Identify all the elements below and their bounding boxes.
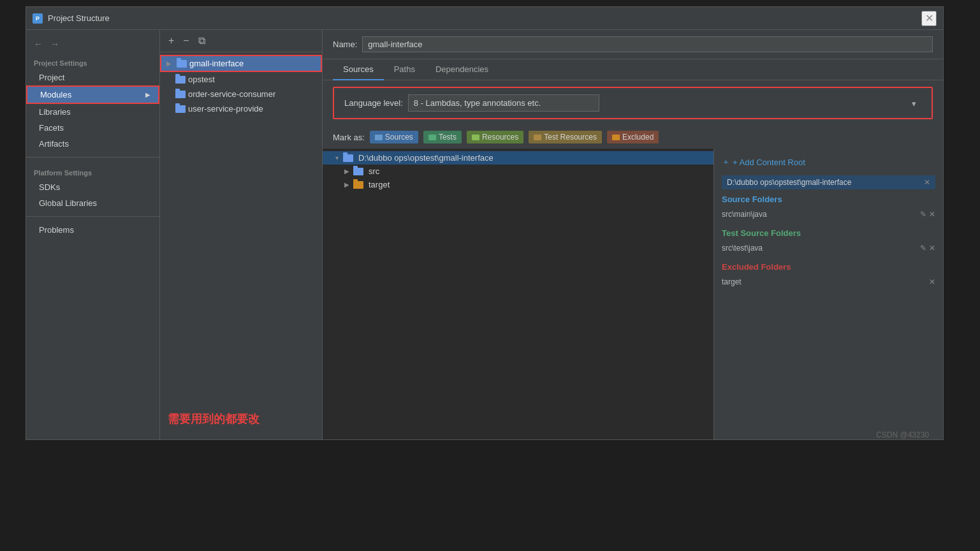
edit-source-folder-button[interactable]: ✎ <box>920 210 926 219</box>
edit-test-source-folder-button[interactable]: ✎ <box>920 244 926 253</box>
module-label-gmall: gmall-interface <box>189 59 244 68</box>
nav-forward-button[interactable]: → <box>48 38 62 50</box>
tab-dependencies[interactable]: Dependencies <box>425 59 499 80</box>
test-source-folder-actions: ✎ ✕ <box>920 244 935 253</box>
sidebar-item-problems[interactable]: Problems <box>26 222 159 238</box>
module-label-user: user-service-provide <box>188 104 263 114</box>
sidebar: ← → Project Settings Project Modules ▶ L… <box>26 30 160 439</box>
add-icon: ＋ <box>722 156 730 168</box>
excluded-folder-path: target <box>722 277 742 286</box>
sidebar-item-global-libraries[interactable]: Global Libraries <box>26 195 159 211</box>
modules-expand-arrow: ▶ <box>145 91 150 98</box>
tree-src-item[interactable]: ▶ src <box>323 165 713 178</box>
name-label: Name: <box>333 40 357 49</box>
mark-resources-tag[interactable]: Resources <box>467 131 523 143</box>
name-input[interactable] <box>362 36 933 52</box>
source-folder-actions: ✎ ✕ <box>920 210 935 219</box>
add-module-button[interactable]: + <box>165 34 177 48</box>
split-area: ▾ D:\dubbo ops\opstest\gmall-interface ▶… <box>323 149 943 439</box>
module-tree: ▶ gmall-interface opstest order-service-… <box>160 52 322 399</box>
tree-root-item[interactable]: ▾ D:\dubbo ops\opstest\gmall-interface <box>323 151 713 165</box>
mark-sources-tag[interactable]: Sources <box>370 131 418 143</box>
sidebar-item-modules[interactable]: Modules ▶ <box>26 85 159 104</box>
mark-excluded-tag[interactable]: Excluded <box>607 131 659 143</box>
expand-arrow-gmall: ▶ <box>166 60 174 67</box>
test-source-folders-section: Test Source Folders src\test\java ✎ ✕ <box>722 228 935 254</box>
module-list-panel: + − ⧉ ▶ gmall-interface opstest <box>160 30 323 439</box>
remove-test-source-folder-button[interactable]: ✕ <box>929 244 935 253</box>
folder-icon-order <box>175 91 186 98</box>
language-level-select-wrapper: 1 - No new features2 - No new features3 … <box>408 94 921 112</box>
module-item-opstest[interactable]: opstest <box>160 72 322 87</box>
project-structure-dialog: P Project Structure ✕ ← → Project Settin… <box>26 6 944 440</box>
sidebar-item-artifacts[interactable]: Artifacts <box>26 136 159 152</box>
dialog-title: Project Structure <box>48 13 921 23</box>
folder-icon-user <box>175 105 186 113</box>
language-level-select[interactable]: 1 - No new features2 - No new features3 … <box>408 94 599 112</box>
sources-folder-icon <box>375 135 383 140</box>
source-folders-section: Source Folders src\main\java ✎ ✕ <box>722 195 935 221</box>
tree-target-folder-icon <box>353 181 363 189</box>
sidebar-divider-2 <box>26 216 159 217</box>
tree-target-label: target <box>369 180 390 189</box>
resources-folder-icon <box>472 135 479 140</box>
watermark: CSDN @43230 <box>876 430 929 439</box>
mark-as-row: Mark as: Sources Tests Resources <box>323 126 943 149</box>
tree-src-label: src <box>369 166 379 176</box>
tree-root-label: D:\dubbo ops\opstest\gmall-interface <box>358 153 494 163</box>
excluded-folder-icon <box>612 135 620 140</box>
excluded-folder-actions: ✕ <box>929 277 935 286</box>
copy-module-button[interactable]: ⧉ <box>195 34 208 48</box>
sidebar-item-sdks[interactable]: SDKs <box>26 179 159 195</box>
excluded-folders-title: Excluded Folders <box>722 262 935 272</box>
source-folders-title: Source Folders <box>722 195 935 204</box>
tree-src-folder-icon <box>353 168 363 175</box>
right-panel: ＋ + Add Content Root D:\dubbo ops\opstes… <box>713 149 943 439</box>
add-content-root-button[interactable]: ＋ + Add Content Root <box>722 156 935 168</box>
tab-sources[interactable]: Sources <box>333 59 384 80</box>
test-source-folders-title: Test Source Folders <box>722 228 935 238</box>
platform-settings-section: Platform Settings <box>26 163 159 179</box>
content-root-close-button[interactable]: ✕ <box>924 178 930 187</box>
module-item-gmall-interface[interactable]: ▶ gmall-interface <box>160 55 322 72</box>
file-tree: ▾ D:\dubbo ops\opstest\gmall-interface ▶… <box>323 149 713 439</box>
test-source-folder-path: src\test\java <box>722 244 763 253</box>
tree-target-item[interactable]: ▶ target <box>323 178 713 191</box>
module-label-opstest: opstest <box>188 75 215 84</box>
tests-folder-icon <box>428 135 436 140</box>
module-toolbar: + − ⧉ <box>160 30 322 52</box>
close-button[interactable]: ✕ <box>921 11 937 26</box>
content-root-path-text: D:\dubbo ops\opstest\gmall-interface <box>727 178 851 187</box>
excluded-folders-section: Excluded Folders target ✕ <box>722 262 935 288</box>
main-panel: Name: Sources Paths Dependencies L <box>323 30 943 439</box>
tree-target-arrow: ▶ <box>343 181 351 188</box>
sidebar-item-facets[interactable]: Facets <box>26 120 159 136</box>
nav-row: ← → <box>26 35 159 53</box>
folder-icon-opstest <box>175 76 186 84</box>
remove-module-button[interactable]: − <box>180 34 192 48</box>
module-item-order-service[interactable]: order-service-consumer <box>160 87 322 101</box>
tree-root-folder-icon <box>343 154 353 162</box>
tab-paths[interactable]: Paths <box>384 59 425 80</box>
source-folder-path: src\main\java <box>722 210 767 219</box>
test-source-folder-entry: src\test\java ✎ ✕ <box>722 242 935 254</box>
titlebar: P Project Structure ✕ <box>26 7 943 30</box>
source-folder-entry: src\main\java ✎ ✕ <box>722 208 935 221</box>
mark-tests-tag[interactable]: Tests <box>423 131 462 143</box>
dialog-body: ← → Project Settings Project Modules ▶ L… <box>26 30 943 439</box>
mark-test-resources-tag[interactable]: Test Resources <box>529 131 602 143</box>
tree-src-arrow: ▶ <box>343 168 351 175</box>
test-resources-folder-icon <box>534 135 541 140</box>
folder-icon-gmall <box>177 60 187 68</box>
sidebar-item-libraries[interactable]: Libraries <box>26 104 159 120</box>
sidebar-divider <box>26 157 159 158</box>
tabs-row: Sources Paths Dependencies <box>323 59 943 80</box>
project-settings-section: Project Settings <box>26 53 159 70</box>
excluded-folder-entry: target ✕ <box>722 276 935 288</box>
nav-back-button[interactable]: ← <box>31 38 45 50</box>
module-item-user-service[interactable]: user-service-provide <box>160 101 322 116</box>
remove-source-folder-button[interactable]: ✕ <box>929 210 935 219</box>
tree-root-arrow: ▾ <box>333 154 340 161</box>
sidebar-item-project[interactable]: Project <box>26 70 159 85</box>
remove-excluded-folder-button[interactable]: ✕ <box>929 277 935 286</box>
